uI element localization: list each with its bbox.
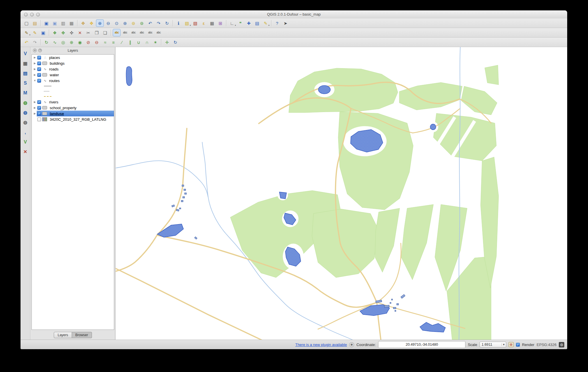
select-by-expression-button[interactable]: ε — [200, 19, 208, 27]
redo-button[interactable]: ↷ — [31, 38, 39, 46]
layer-row-rivers[interactable]: ▶✓∿rivers — [32, 99, 114, 105]
expander-icon[interactable]: ▶ — [33, 73, 37, 76]
pan-map-button[interactable]: ✥ — [79, 19, 87, 27]
copy-features-button[interactable]: ❐ — [93, 29, 101, 36]
layer-row-body[interactable]: 3420C_2010_327_RGB_LATLNG — [37, 116, 114, 122]
layer-row-roads[interactable]: ▶✓∿roads — [32, 66, 114, 72]
expander-icon[interactable]: ▶ — [33, 68, 37, 70]
layer-row-body[interactable]: ✓∿rivers — [37, 99, 114, 105]
refresh-map-button[interactable]: ↻ — [163, 19, 171, 27]
expander-icon[interactable]: ▶ — [33, 106, 37, 109]
expander-icon[interactable]: ▼ — [33, 79, 37, 82]
layer-visibility-checkbox[interactable]: ✓ — [37, 79, 41, 83]
simplify-feature-button[interactable]: ∿ — [51, 38, 59, 46]
whats-this-button[interactable]: ➤ — [282, 19, 289, 27]
coordinate-input[interactable] — [378, 341, 465, 348]
open-attribute-table-button[interactable]: ▦ — [208, 19, 216, 27]
new-plugin-link[interactable]: There is a new plugin available — [295, 343, 347, 347]
remove-layer-button[interactable]: ✕ — [21, 148, 29, 156]
add-feature-button[interactable]: ❖ — [51, 29, 59, 36]
layer-row-body[interactable]: ✓landuse — [37, 111, 114, 116]
zoom-to-layer-button[interactable]: ⊚ — [138, 19, 146, 27]
cut-features-button[interactable]: ✂ — [84, 29, 92, 36]
layer-visibility-checkbox[interactable]: ✓ — [37, 67, 41, 71]
zoom-next-button[interactable]: ↷ — [155, 19, 162, 27]
layer-visibility-checkbox[interactable]: ✓ — [37, 56, 41, 59]
current-edits-button[interactable]: ✎▾ — [23, 29, 30, 36]
add-mssql-layer-button[interactable]: M — [21, 89, 29, 97]
rotate-point-symbols-button[interactable]: ✶ — [151, 38, 159, 46]
new-composer-button[interactable]: ▥ — [59, 19, 67, 27]
zoom-out-button[interactable]: ⊖ — [104, 19, 112, 27]
offset-point-symbols-button[interactable]: ✛ — [163, 38, 171, 46]
add-delimited-text-button[interactable]: , — [21, 128, 29, 136]
label-pin-button[interactable]: abc — [138, 29, 146, 36]
layer-row-landuse[interactable]: ▶✓landuse — [32, 111, 114, 116]
layer-row-body[interactable]: ✓∴places — [37, 55, 114, 60]
add-wms-layer-button[interactable]: ◍ — [21, 99, 29, 107]
tab-browser[interactable]: Browser — [72, 332, 92, 338]
layer-row-routes[interactable]: ▼✓∿routes — [32, 78, 114, 83]
scale-magnifier-icon[interactable]: ⊕ — [509, 342, 514, 347]
layer-row-water[interactable]: ▶✓water — [32, 72, 114, 78]
move-feature-button[interactable]: ✥ — [59, 29, 67, 36]
layer-visibility-checkbox[interactable]: ✓ — [37, 62, 41, 65]
add-part-button[interactable]: ⊕ — [68, 38, 75, 46]
open-project-button[interactable]: ▤ — [31, 19, 39, 27]
label-properties-button[interactable]: abc — [155, 29, 162, 36]
label-move-button[interactable]: abc — [121, 29, 129, 36]
add-wfs-layer-button[interactable]: ◍ — [21, 118, 29, 127]
refresh-edits-button[interactable]: ↻ — [171, 38, 179, 46]
deselect-features-button[interactable]: ▧ — [191, 19, 199, 27]
layer-visibility-checkbox[interactable]: ✓ — [37, 112, 41, 116]
show-bookmarks-button[interactable]: ▤ — [253, 19, 261, 27]
zoom-in-button[interactable]: ⊕ — [96, 19, 104, 27]
label-rotate-button[interactable]: abc — [130, 29, 137, 36]
paste-features-button[interactable]: ❏ — [101, 29, 109, 36]
layers-panel-header[interactable]: ✕ ❐ Layers — [31, 47, 115, 54]
map-canvas[interactable] — [116, 47, 567, 340]
layer-visibility-checkbox[interactable]: ✓ — [37, 106, 41, 110]
crs-status-icon[interactable]: ◍ — [559, 342, 564, 347]
layer-row-body[interactable]: ✓∿roads — [37, 66, 114, 72]
merge-attributes-button[interactable]: ∩ — [143, 38, 151, 46]
expander-icon[interactable]: ▶ — [33, 101, 37, 103]
layer-row-places[interactable]: ▶✓∴places — [32, 55, 114, 60]
new-bookmark-button[interactable]: ✚ — [245, 19, 253, 27]
save-project-button[interactable]: ▣ — [42, 19, 50, 27]
split-features-button[interactable]: ∕ — [118, 38, 126, 46]
layer-row-body[interactable]: ✓∿routes — [37, 78, 114, 83]
merge-features-button[interactable]: ∪ — [135, 38, 143, 46]
layer-row-school_property[interactable]: ▶✓school_property — [32, 105, 114, 111]
zoom-native-button[interactable]: ⊙ — [113, 19, 121, 27]
layer-row-body[interactable]: ✓school_property — [37, 105, 114, 111]
undo-button[interactable]: ↶ — [23, 38, 30, 46]
add-raster-layer-button[interactable]: ▦ — [21, 59, 29, 68]
expander-icon[interactable]: ▶ — [33, 62, 37, 65]
map-tips-button[interactable]: ❝ — [236, 19, 244, 27]
layer-row-buildings[interactable]: ▶✓buildings — [32, 60, 114, 66]
add-spatialite-layer-button[interactable]: S — [21, 79, 29, 87]
zoom-to-selection-button[interactable]: ⊚ — [130, 19, 137, 27]
title-bar[interactable]: QGIS 2.0.1-Dufour – basic_map — [21, 10, 567, 19]
layer-row-3420C_2010_327_RGB_LATLNG[interactable]: 3420C_2010_327_RGB_LATLNG — [32, 116, 114, 122]
save-project-as-button[interactable]: ▣ — [51, 19, 59, 27]
layer-labeling-button[interactable]: abc — [113, 29, 121, 36]
zoom-full-button[interactable]: ⊛ — [121, 19, 129, 27]
toggle-editing-button[interactable]: ✎ — [31, 29, 39, 36]
symbology-row[interactable] — [32, 94, 114, 99]
split-parts-button[interactable]: ∥ — [126, 38, 134, 46]
help-contents-button[interactable]: ? — [273, 19, 281, 27]
rotate-feature-button[interactable]: ↻ — [42, 38, 50, 46]
delete-part-button[interactable]: ⊖ — [93, 38, 101, 46]
pan-to-selection-button[interactable]: ✥ — [88, 19, 95, 27]
label-highlight-button[interactable]: abc — [146, 29, 154, 36]
reshape-features-button[interactable]: ≈ — [101, 38, 109, 46]
expander-icon[interactable]: ▶ — [33, 56, 37, 59]
zoom-last-button[interactable]: ↶ — [146, 19, 154, 27]
layer-row-body[interactable]: ✓buildings — [37, 60, 114, 66]
plugin-icon[interactable]: ✱ — [349, 342, 354, 347]
add-vector-layer-button[interactable]: V — [21, 50, 29, 58]
save-layer-edits-button[interactable]: ▣ — [39, 29, 47, 36]
text-annotation-button[interactable]: ✎▾ — [262, 19, 269, 27]
